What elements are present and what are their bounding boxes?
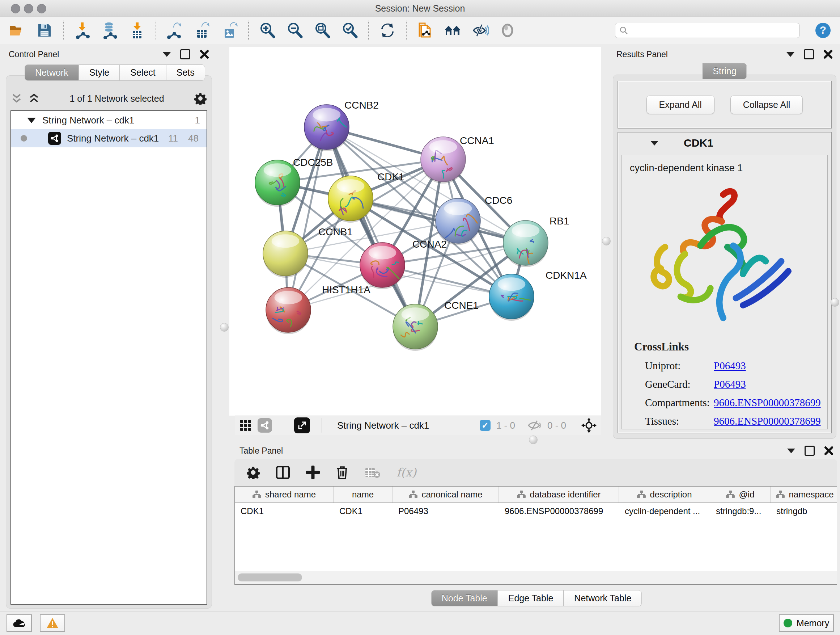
float-panel-icon[interactable]: [804, 49, 814, 59]
column-header-@id[interactable]: @id: [710, 486, 771, 502]
collapse-all-button[interactable]: Collapse All: [730, 96, 803, 114]
warnings-button[interactable]: [40, 614, 65, 632]
node-CDK1[interactable]: [328, 176, 373, 223]
table-horizontal-scrollbar[interactable]: [234, 571, 837, 585]
edge-splitter-handle[interactable]: [831, 298, 839, 307]
export-image-button[interactable]: [221, 21, 239, 40]
protein-structure-image[interactable]: [622, 179, 827, 331]
tab-network-table[interactable]: Network Table: [564, 590, 642, 606]
network-canvas[interactable]: CCNB2CCNA1CDC25BCDK1CDC6RB1CCNB1CCNA2CDK…: [229, 47, 601, 416]
expand-all-networks-icon[interactable]: [28, 92, 39, 105]
open-session-button[interactable]: [8, 21, 26, 40]
table-cell[interactable]: cyclin-dependent ...: [619, 503, 710, 519]
import-table-button[interactable]: [128, 21, 146, 40]
function-builder-button[interactable]: f(x): [396, 466, 416, 479]
node-CDKN1A[interactable]: [489, 274, 534, 321]
gene-section-header[interactable]: CDK1: [618, 133, 831, 154]
toolbar-search[interactable]: [615, 23, 799, 38]
zoom-fit-button[interactable]: [313, 21, 332, 40]
right-splitter-handle[interactable]: [602, 237, 611, 245]
panel-menu-icon[interactable]: [163, 52, 171, 57]
birdseye-grid-icon[interactable]: [240, 419, 252, 432]
node-CCNA2[interactable]: [360, 242, 405, 289]
zoom-selected-button[interactable]: [341, 21, 359, 40]
scrollbar-thumb[interactable]: [238, 573, 302, 581]
tab-string[interactable]: String: [702, 63, 747, 79]
export-network-button[interactable]: [166, 21, 184, 40]
table-cell[interactable]: 9606.ENSP00000378699: [499, 503, 619, 519]
lens-button[interactable]: [499, 21, 516, 40]
table-cell[interactable]: CDK1: [333, 503, 393, 519]
collection-expander-icon[interactable]: [27, 118, 36, 123]
crosslink-value-link[interactable]: 9606.ENSP00000378699: [714, 397, 821, 409]
tab-node-table[interactable]: Node Table: [431, 590, 498, 606]
network-options-gear-icon[interactable]: [194, 92, 207, 105]
tab-style[interactable]: Style: [79, 65, 120, 81]
node-position-reset-icon[interactable]: [581, 418, 597, 433]
column-header-name[interactable]: name: [333, 486, 393, 502]
node-HIST1H1A[interactable]: [266, 287, 311, 334]
show-columns-icon[interactable]: [276, 466, 290, 479]
tab-network[interactable]: Network: [25, 65, 79, 81]
hidden-eye-icon[interactable]: [527, 419, 542, 432]
crosslink-value-link[interactable]: 9606.ENSP00000378699: [714, 415, 821, 427]
save-session-button[interactable]: [35, 21, 54, 40]
edge-CCNB2-HIST1H1A[interactable]: [288, 127, 327, 310]
search-input[interactable]: [631, 25, 796, 36]
open-in-window-icon[interactable]: [294, 417, 310, 433]
node-CCNA1[interactable]: [421, 137, 466, 184]
help-button[interactable]: ?: [814, 21, 832, 40]
selected-checkbox-icon[interactable]: ✓: [480, 420, 491, 431]
column-header-database-identifier[interactable]: database identifier: [499, 486, 619, 502]
cloud-status-button[interactable]: [6, 614, 32, 632]
node-table[interactable]: shared namenamecanonical namedatabase id…: [234, 486, 837, 585]
panel-menu-icon[interactable]: [786, 52, 794, 57]
memory-button[interactable]: Memory: [779, 614, 834, 632]
table-cell[interactable]: P06493: [393, 503, 499, 519]
table-cell[interactable]: stringdb:9...: [710, 503, 771, 519]
left-splitter-handle[interactable]: [220, 323, 229, 332]
close-panel-icon[interactable]: [200, 50, 209, 59]
network-collection-row[interactable]: String Network – cdk1 1: [11, 111, 207, 129]
delete-column-trash-icon[interactable]: [336, 465, 349, 480]
network-from-clipboard-button[interactable]: [416, 21, 434, 40]
collapse-all-networks-icon[interactable]: [11, 92, 22, 105]
import-network-from-database-button[interactable]: [101, 21, 118, 40]
gene-expander-icon[interactable]: [651, 141, 658, 146]
import-network-button[interactable]: [73, 21, 91, 40]
tab-edge-table[interactable]: Edge Table: [498, 590, 564, 606]
export-table-button[interactable]: [193, 21, 211, 40]
column-header-namespace[interactable]: namespace: [771, 486, 837, 502]
table-cell[interactable]: CDK1: [235, 503, 333, 519]
apply-layout-button[interactable]: [378, 21, 396, 40]
node-RB1[interactable]: [503, 220, 548, 267]
close-panel-icon[interactable]: [823, 50, 833, 59]
table-row[interactable]: CDK1CDK1P064939606.ENSP00000378699cyclin…: [235, 503, 837, 519]
close-panel-icon[interactable]: [824, 446, 834, 455]
column-header-description[interactable]: description: [619, 486, 710, 502]
add-column-icon[interactable]: [306, 466, 320, 479]
tab-sets[interactable]: Sets: [166, 65, 205, 81]
expand-all-button[interactable]: Expand All: [646, 96, 714, 114]
column-header-canonical-name[interactable]: canonical name: [393, 486, 499, 502]
tab-select[interactable]: Select: [120, 65, 166, 81]
string-home-button[interactable]: [444, 21, 462, 40]
enhanced-graphics-toggle-button[interactable]: [471, 21, 489, 40]
column-header-shared-name[interactable]: shared name: [235, 486, 333, 502]
zoom-out-button[interactable]: [286, 21, 304, 40]
node-CCNE1[interactable]: [393, 304, 438, 351]
node-CCNB1[interactable]: [263, 231, 308, 278]
node-CCNB2[interactable]: [304, 105, 349, 151]
zoom-in-button[interactable]: [258, 21, 276, 40]
delete-table-icon[interactable]: [365, 467, 381, 478]
crosslink-value-link[interactable]: P06493: [714, 360, 746, 372]
float-panel-icon[interactable]: [805, 446, 815, 456]
float-panel-icon[interactable]: [180, 49, 190, 59]
network-row[interactable]: String Network – cdk1 11 48: [11, 129, 207, 147]
panel-menu-icon[interactable]: [787, 448, 795, 453]
network-share-icon[interactable]: [257, 418, 272, 432]
table-options-gear-icon[interactable]: [247, 466, 260, 479]
horizontal-splitter-handle[interactable]: [529, 435, 538, 444]
table-cell[interactable]: stringdb: [771, 503, 837, 519]
crosslink-value-link[interactable]: P06493: [714, 378, 746, 390]
